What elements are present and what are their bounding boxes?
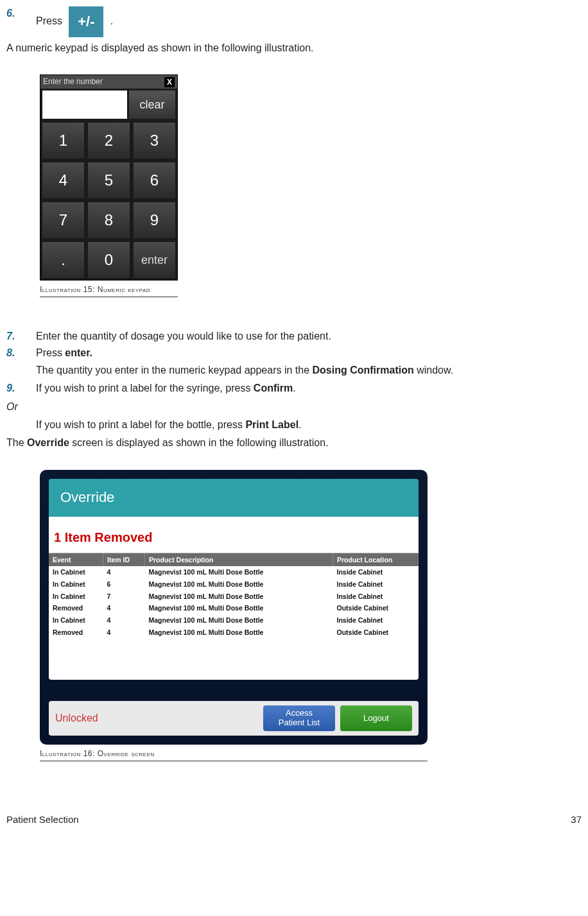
bold: Dosing Confirmation xyxy=(312,365,413,376)
table-row: In Cabinet4Magnevist 100 mL Multi Dose B… xyxy=(49,614,419,627)
step-body: Press enter. xyxy=(36,346,582,360)
step-bold: enter. xyxy=(65,347,92,358)
key-5[interactable]: 5 xyxy=(88,162,130,198)
cell-desc: Magnevist 100 mL Multi Dose Bottle xyxy=(145,614,333,627)
text: If you wish to print a label for the syr… xyxy=(36,383,254,393)
cell-loc: Inside Cabinet xyxy=(333,578,419,591)
unlocked-status: Unlocked xyxy=(55,711,258,725)
btn-line1: Access xyxy=(279,709,320,718)
col-item-id: Item ID xyxy=(103,553,145,567)
cell-desc: Magnevist 100 mL Multi Dose Bottle xyxy=(145,591,333,603)
cell-id: 4 xyxy=(103,566,145,578)
key-dot[interactable]: . xyxy=(42,242,84,278)
numeric-keypad-illustration: Enter the number X clear 1 2 3 4 5 6 7 8… xyxy=(40,74,178,297)
keypad-title: Enter the number xyxy=(43,76,103,87)
override-body: 1 Item Removed Event Item ID Product Des… xyxy=(49,517,419,680)
cell-id: 7 xyxy=(103,591,145,603)
key-4[interactable]: 4 xyxy=(42,162,84,198)
step-9c: The Override screen is displayed as show… xyxy=(6,436,582,450)
step-9b: If you wish to print a label for the bot… xyxy=(36,418,582,432)
logout-button[interactable]: Logout xyxy=(340,705,412,731)
btn-line2: Patient List xyxy=(279,718,320,727)
bold: Override xyxy=(27,437,69,448)
cell-desc: Magnevist 100 mL Multi Dose Bottle xyxy=(145,566,333,578)
bold: Print Label xyxy=(245,419,298,430)
text: window. xyxy=(414,365,453,376)
illustration-15-caption: Illustration 15: Numeric keypad xyxy=(40,282,178,297)
cell-event: In Cabinet xyxy=(49,578,103,591)
key-8[interactable]: 8 xyxy=(88,202,130,238)
step-number: 7. xyxy=(6,329,36,343)
cell-id: 4 xyxy=(103,614,145,627)
table-row: In Cabinet4Magnevist 100 mL Multi Dose B… xyxy=(49,566,419,578)
cell-loc: Outside Cabinet xyxy=(333,627,419,639)
col-product-location: Product Location xyxy=(333,553,419,567)
cell-loc: Inside Cabinet xyxy=(333,566,419,578)
key-0[interactable]: 0 xyxy=(88,242,130,278)
cell-loc: Outside Cabinet xyxy=(333,602,419,614)
illustration-16-caption: Illustration 16: Override screen xyxy=(40,746,428,761)
table-row: Removed4Magnevist 100 mL Multi Dose Bott… xyxy=(49,602,419,614)
step-8: 8. Press enter. xyxy=(6,346,582,360)
step-number: 9. xyxy=(6,381,36,395)
override-frame: Override 1 Item Removed Event Item ID Pr… xyxy=(40,470,428,745)
step-8-followup: The quantity you enter in the numeric ke… xyxy=(36,363,582,377)
table-row: In Cabinet7Magnevist 100 mL Multi Dose B… xyxy=(49,591,419,603)
col-product-description: Product Description xyxy=(145,553,333,567)
cell-event: Removed xyxy=(49,627,103,639)
cell-desc: Magnevist 100 mL Multi Dose Bottle xyxy=(145,578,333,591)
access-patient-list-button[interactable]: Access Patient List xyxy=(263,705,335,731)
italic: Or xyxy=(6,401,18,412)
key-1[interactable]: 1 xyxy=(42,123,84,159)
cell-event: In Cabinet xyxy=(49,566,103,578)
col-event: Event xyxy=(49,553,103,567)
cell-id: 6 xyxy=(103,578,145,591)
key-6[interactable]: 6 xyxy=(134,162,175,198)
plus-minus-icon: +/- xyxy=(69,6,103,37)
cell-id: 4 xyxy=(103,627,145,639)
override-banner: 1 Item Removed xyxy=(49,517,419,553)
text: . xyxy=(293,383,295,393)
step-7: 7. Enter the quantity of dosage you woul… xyxy=(6,329,582,343)
key-2[interactable]: 2 xyxy=(88,123,130,159)
step-number: 8. xyxy=(6,346,36,360)
table-row: Removed4Magnevist 100 mL Multi Dose Bott… xyxy=(49,627,419,639)
cell-loc: Inside Cabinet xyxy=(333,591,419,603)
key-enter[interactable]: enter xyxy=(134,242,175,278)
close-icon[interactable]: X xyxy=(164,77,175,87)
keypad-input[interactable] xyxy=(42,91,127,119)
clear-button[interactable]: clear xyxy=(129,91,175,119)
step-6: 6. Press +/- . xyxy=(6,6,582,37)
step-body: Press +/- . xyxy=(36,6,582,37)
step-6-followup: A numeric keypad is displayed as shown i… xyxy=(6,41,582,55)
override-title: Override xyxy=(49,479,419,517)
keypad: Enter the number X clear 1 2 3 4 5 6 7 8… xyxy=(40,74,178,281)
override-table: Event Item ID Product Description Produc… xyxy=(49,553,419,639)
key-7[interactable]: 7 xyxy=(42,202,84,238)
key-9[interactable]: 9 xyxy=(134,202,175,238)
step-text: Press xyxy=(36,15,62,26)
text: The xyxy=(6,437,27,448)
step-text: . xyxy=(110,15,113,26)
key-3[interactable]: 3 xyxy=(134,123,175,159)
step-9-or: Or xyxy=(6,400,582,414)
keypad-titlebar: Enter the number X xyxy=(40,75,177,89)
cell-desc: Magnevist 100 mL Multi Dose Bottle xyxy=(145,627,333,639)
page-footer: Patient Selection 37 xyxy=(6,813,582,826)
text: screen is displayed as shown in the foll… xyxy=(69,437,329,448)
cell-event: In Cabinet xyxy=(49,591,103,603)
bold: Confirm xyxy=(254,383,293,393)
override-screen-illustration: Override 1 Item Removed Event Item ID Pr… xyxy=(40,470,428,761)
table-row: In Cabinet6Magnevist 100 mL Multi Dose B… xyxy=(49,578,419,591)
footer-page: 37 xyxy=(571,813,582,826)
text: If you wish to print a label for the bot… xyxy=(36,419,245,430)
cell-loc: Inside Cabinet xyxy=(333,614,419,627)
step-body: If you wish to print a label for the syr… xyxy=(36,381,582,395)
override-footer: Unlocked Access Patient List Logout xyxy=(49,701,419,736)
cell-event: Removed xyxy=(49,602,103,614)
text: . xyxy=(298,419,301,430)
footer-section: Patient Selection xyxy=(6,813,79,826)
step-9: 9. If you wish to print a label for the … xyxy=(6,381,582,395)
cell-event: In Cabinet xyxy=(49,614,103,627)
cell-id: 4 xyxy=(103,602,145,614)
